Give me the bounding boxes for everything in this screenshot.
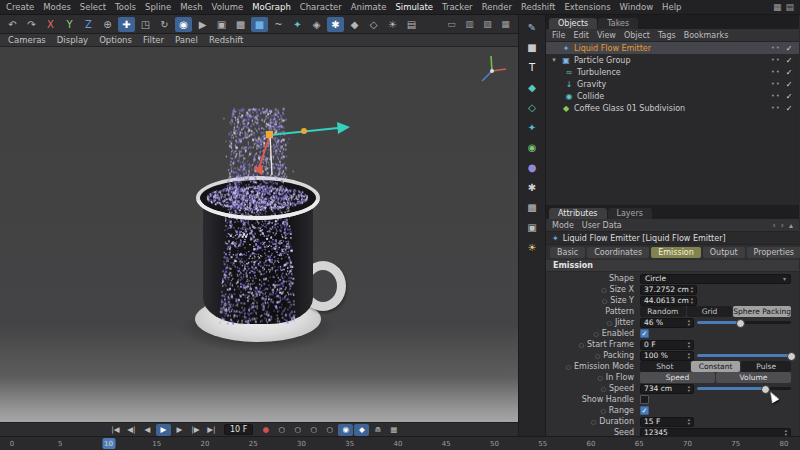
scale-tool-icon[interactable]: ◳ bbox=[137, 17, 154, 32]
stepper-icon[interactable]: ▴▾ bbox=[691, 286, 693, 292]
menu-item-12[interactable]: Render bbox=[482, 2, 512, 12]
viewport-3d[interactable] bbox=[0, 47, 518, 422]
keyframe-dot-icon[interactable]: ○ bbox=[601, 286, 606, 293]
viewport-menu-item-1[interactable]: Display bbox=[57, 35, 88, 45]
visibility-dots-icon[interactable]: •• bbox=[771, 92, 781, 100]
duration-field[interactable]: 15 F ▴▾ bbox=[640, 417, 694, 427]
history-back-icon[interactable]: ‹ bbox=[773, 221, 776, 230]
pattern-random-button[interactable]: Random bbox=[640, 306, 686, 317]
live-selection-icon[interactable]: ◉ bbox=[175, 17, 192, 32]
add-primitive-icon[interactable]: ■ bbox=[251, 17, 268, 32]
om-menu-item-2[interactable]: View bbox=[597, 31, 616, 40]
packing-slider[interactable] bbox=[697, 354, 791, 357]
size-x-field[interactable]: 37.2752 cm ▴▾ bbox=[640, 285, 697, 295]
pen-tool-icon[interactable]: ✎ bbox=[523, 20, 541, 34]
in-flow-volume-button[interactable]: Volume bbox=[716, 372, 791, 383]
rotate-tool-icon[interactable]: ↻ bbox=[156, 17, 173, 32]
history-forward-icon[interactable]: › bbox=[781, 221, 784, 230]
prev-key-button[interactable]: ◀| bbox=[124, 424, 139, 436]
record-button[interactable]: ● bbox=[258, 424, 273, 436]
visibility-dots-icon[interactable]: •• bbox=[771, 68, 781, 76]
keyframe-dot-icon[interactable]: ○ bbox=[601, 385, 606, 392]
speed-slider[interactable] bbox=[697, 387, 791, 390]
menu-item-16[interactable]: Help bbox=[662, 2, 681, 12]
goto-end-button[interactable]: ▶| bbox=[204, 424, 219, 436]
om-menu-item-4[interactable]: Tags bbox=[658, 31, 676, 40]
tab-output[interactable]: Output bbox=[703, 247, 745, 258]
packing-field[interactable]: 100 % ▴▾ bbox=[640, 351, 694, 361]
stepper-icon[interactable]: ▴▾ bbox=[688, 385, 690, 391]
menu-user-data[interactable]: User Data bbox=[582, 221, 622, 230]
menu-item-2[interactable]: Select bbox=[80, 2, 106, 12]
menu-item-5[interactable]: Mesh bbox=[180, 2, 202, 12]
expand-arrow-icon[interactable]: ▾ bbox=[550, 56, 558, 64]
emission-mode-constant-button[interactable]: Constant bbox=[691, 361, 741, 372]
tree-item-turbulence[interactable]: ≈ Turbulence •• ✓ bbox=[546, 66, 799, 78]
menu-item-8[interactable]: Character bbox=[300, 2, 342, 12]
keyframe-dot-icon[interactable]: ○ bbox=[607, 319, 612, 326]
stepper-icon[interactable]: ▴▾ bbox=[688, 341, 690, 347]
emission-mode-shot-button[interactable]: Shot bbox=[640, 361, 690, 372]
fields-icon[interactable]: ◈ bbox=[308, 17, 325, 32]
keyframe-dot-icon[interactable]: ○ bbox=[602, 297, 607, 304]
stepper-icon[interactable]: ▴▾ bbox=[688, 319, 690, 325]
prev-frame-button[interactable]: ◀ bbox=[140, 424, 155, 436]
simulation-scene-icon[interactable]: ✱ bbox=[523, 180, 541, 194]
keyframe-dot-icon[interactable]: ○ bbox=[598, 374, 603, 381]
move-gizmo[interactable] bbox=[250, 109, 360, 179]
visibility-dots-icon[interactable]: •• bbox=[771, 44, 781, 52]
size-y-field[interactable]: 44.0613 cm ▴▾ bbox=[640, 296, 697, 306]
light-object-icon[interactable]: ☀ bbox=[523, 240, 541, 254]
stepper-icon[interactable]: ▴▾ bbox=[691, 297, 693, 303]
play-button[interactable]: ▶ bbox=[156, 424, 171, 436]
start-frame-field[interactable]: 0 F ▴▾ bbox=[640, 340, 694, 350]
tab-objects[interactable]: Objects bbox=[549, 18, 597, 29]
visibility-dots-icon[interactable]: •• bbox=[771, 56, 781, 64]
show-handle-checkbox[interactable] bbox=[640, 395, 649, 404]
current-frame-field[interactable]: 10 F bbox=[224, 424, 253, 435]
tree-item-liquid-flow-emitter[interactable]: ✦ Liquid Flow Emitter •• ✓ bbox=[546, 42, 799, 54]
enabled-check-icon[interactable]: ✓ bbox=[784, 80, 794, 89]
pattern-sphere-packing-button[interactable]: Sphere Packing bbox=[733, 306, 791, 317]
enabled-check-icon[interactable]: ✓ bbox=[784, 44, 794, 53]
tab-coordinates[interactable]: Coordinates bbox=[587, 247, 649, 258]
render-picture-viewer-icon[interactable]: ▣ bbox=[213, 17, 230, 32]
subdivision-surface-icon[interactable]: ◆ bbox=[523, 80, 541, 94]
camera-object-icon[interactable]: ▣ bbox=[523, 220, 541, 234]
shape-dropdown[interactable]: Circle ▾ bbox=[640, 274, 791, 284]
viewport-menu-item-5[interactable]: Redshift bbox=[209, 35, 244, 45]
coord-system-toggle[interactable]: ⊕ bbox=[99, 17, 116, 32]
visibility-dots-icon[interactable]: •• bbox=[771, 80, 781, 88]
tab-attributes[interactable]: Attributes bbox=[549, 208, 607, 219]
tab-layers[interactable]: Layers bbox=[608, 208, 652, 219]
menu-item-14[interactable]: Extensions bbox=[564, 2, 610, 12]
keyframe-selection-button[interactable]: ◆ bbox=[354, 424, 369, 436]
viewport-menu-item-3[interactable]: Filter bbox=[143, 35, 164, 45]
autokey-button[interactable]: ◉ bbox=[338, 424, 353, 436]
jitter-field[interactable]: 46 % ▴▾ bbox=[640, 318, 694, 328]
record-parameter-toggle[interactable]: ○ bbox=[322, 424, 337, 436]
menu-item-9[interactable]: Animate bbox=[351, 2, 387, 12]
mograph-cloner-icon[interactable]: ✦ bbox=[523, 120, 541, 134]
enabled-check-icon[interactable]: ✓ bbox=[784, 56, 794, 65]
stepper-icon[interactable]: ▴▾ bbox=[785, 429, 787, 435]
emission-mode-pulse-button[interactable]: Pulse bbox=[741, 361, 791, 372]
menu-item-6[interactable]: Volume bbox=[212, 2, 244, 12]
text-object-icon[interactable]: T bbox=[523, 60, 541, 74]
axis-orientation-gizmo[interactable] bbox=[476, 53, 510, 87]
visibility-dots-icon[interactable]: •• bbox=[771, 104, 781, 112]
field-object-icon[interactable]: ◉ bbox=[523, 140, 541, 154]
render-settings-icon[interactable]: ▩ bbox=[232, 17, 249, 32]
preset-layout-icon[interactable]: ▤ bbox=[785, 2, 794, 12]
camera-add-icon[interactable]: ▤ bbox=[403, 17, 420, 32]
menu-simulate[interactable]: Simulate bbox=[395, 2, 433, 12]
keyframe-dot-icon[interactable]: ○ bbox=[591, 418, 596, 425]
cube-primitive-icon[interactable]: ■ bbox=[523, 40, 541, 54]
record-scale-toggle[interactable]: ○ bbox=[290, 424, 305, 436]
enabled-check-icon[interactable]: ✓ bbox=[784, 104, 794, 113]
viewport-menu-item-2[interactable]: Options bbox=[99, 35, 132, 45]
record-position-toggle[interactable]: ○ bbox=[274, 424, 289, 436]
environment-icon[interactable]: ☀ bbox=[384, 17, 401, 32]
parent-object-icon[interactable]: ▴ bbox=[789, 221, 793, 230]
viewport-menu-item-0[interactable]: Cameras bbox=[8, 35, 46, 45]
